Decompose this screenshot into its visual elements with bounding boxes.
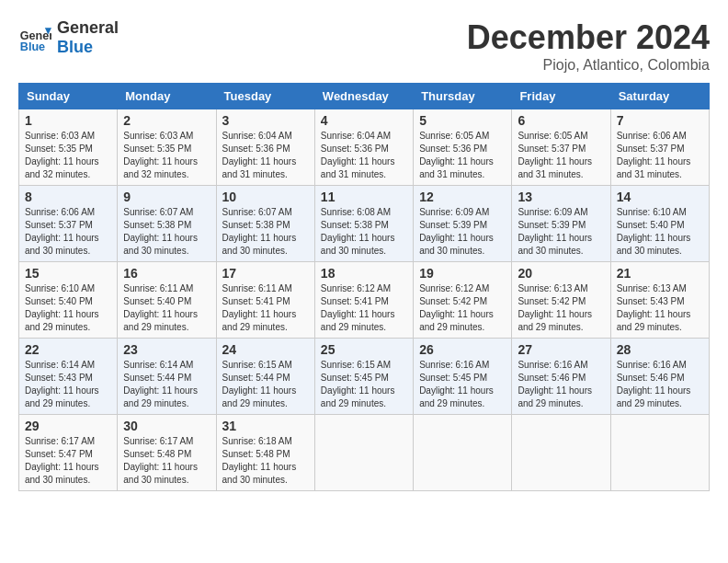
day-number: 28 xyxy=(617,342,703,357)
day-info: Sunrise: 6:05 AM Sunset: 5:36 PM Dayligh… xyxy=(419,130,506,181)
calendar-header-row: SundayMondayTuesdayWednesdayThursdayFrid… xyxy=(19,84,710,109)
header-sunday: Sunday xyxy=(19,84,118,109)
calendar-cell: 7 Sunrise: 6:06 AM Sunset: 5:37 PM Dayli… xyxy=(610,109,709,186)
day-number: 23 xyxy=(123,342,210,357)
calendar-cell: 25 Sunrise: 6:15 AM Sunset: 5:45 PM Dayl… xyxy=(314,339,413,415)
day-number: 1 xyxy=(25,113,111,128)
header-tuesday: Tuesday xyxy=(216,84,314,109)
title-section: December 2024 Piojo, Atlantico, Colombia xyxy=(467,18,710,74)
calendar-cell xyxy=(610,415,709,491)
calendar-cell: 19 Sunrise: 6:12 AM Sunset: 5:42 PM Dayl… xyxy=(414,262,512,339)
day-info: Sunrise: 6:06 AM Sunset: 5:37 PM Dayligh… xyxy=(25,206,111,258)
day-number: 29 xyxy=(25,419,111,433)
calendar-cell: 24 Sunrise: 6:15 AM Sunset: 5:44 PM Dayl… xyxy=(216,339,314,415)
day-number: 2 xyxy=(123,113,210,128)
day-number: 24 xyxy=(222,342,309,357)
day-number: 26 xyxy=(419,342,506,357)
header-thursday: Thursday xyxy=(414,84,512,109)
calendar-cell: 8 Sunrise: 6:06 AM Sunset: 5:37 PM Dayli… xyxy=(19,186,118,262)
calendar-cell: 4 Sunrise: 6:04 AM Sunset: 5:36 PM Dayli… xyxy=(314,109,413,186)
calendar-table: SundayMondayTuesdayWednesdayThursdayFrid… xyxy=(18,83,710,491)
day-info: Sunrise: 6:16 AM Sunset: 5:45 PM Dayligh… xyxy=(419,359,506,410)
calendar-cell xyxy=(314,415,413,491)
day-number: 30 xyxy=(123,419,210,433)
day-number: 6 xyxy=(518,113,604,128)
day-info: Sunrise: 6:10 AM Sunset: 5:40 PM Dayligh… xyxy=(617,206,703,258)
day-number: 17 xyxy=(222,266,309,281)
day-info: Sunrise: 6:12 AM Sunset: 5:41 PM Dayligh… xyxy=(321,282,407,334)
calendar-cell: 30 Sunrise: 6:17 AM Sunset: 5:48 PM Dayl… xyxy=(118,415,216,491)
day-number: 20 xyxy=(518,266,604,281)
day-number: 25 xyxy=(321,342,407,357)
day-number: 19 xyxy=(419,266,506,281)
calendar-cell: 20 Sunrise: 6:13 AM Sunset: 5:42 PM Dayl… xyxy=(512,262,610,339)
calendar-cell xyxy=(414,415,512,491)
location-title: Piojo, Atlantico, Colombia xyxy=(467,57,710,74)
calendar-cell: 6 Sunrise: 6:05 AM Sunset: 5:37 PM Dayli… xyxy=(512,109,610,186)
day-info: Sunrise: 6:11 AM Sunset: 5:41 PM Dayligh… xyxy=(222,282,309,334)
day-info: Sunrise: 6:16 AM Sunset: 5:46 PM Dayligh… xyxy=(518,359,604,410)
calendar-cell: 13 Sunrise: 6:09 AM Sunset: 5:39 PM Dayl… xyxy=(512,186,610,262)
day-info: Sunrise: 6:06 AM Sunset: 5:37 PM Dayligh… xyxy=(617,130,703,181)
day-info: Sunrise: 6:04 AM Sunset: 5:36 PM Dayligh… xyxy=(222,130,309,181)
calendar-cell: 29 Sunrise: 6:17 AM Sunset: 5:47 PM Dayl… xyxy=(19,415,118,491)
calendar-cell: 16 Sunrise: 6:11 AM Sunset: 5:40 PM Dayl… xyxy=(118,262,216,339)
header-friday: Friday xyxy=(512,84,610,109)
day-info: Sunrise: 6:03 AM Sunset: 5:35 PM Dayligh… xyxy=(123,130,210,181)
day-info: Sunrise: 6:14 AM Sunset: 5:43 PM Dayligh… xyxy=(25,359,111,410)
day-number: 11 xyxy=(321,190,407,204)
day-info: Sunrise: 6:15 AM Sunset: 5:44 PM Dayligh… xyxy=(222,359,309,410)
logo-general: General xyxy=(57,18,119,38)
calendar-week-row: 22 Sunrise: 6:14 AM Sunset: 5:43 PM Dayl… xyxy=(19,339,710,415)
day-info: Sunrise: 6:12 AM Sunset: 5:42 PM Dayligh… xyxy=(419,282,506,334)
day-info: Sunrise: 6:13 AM Sunset: 5:43 PM Dayligh… xyxy=(617,282,703,334)
day-info: Sunrise: 6:08 AM Sunset: 5:38 PM Dayligh… xyxy=(321,206,407,258)
calendar-cell: 27 Sunrise: 6:16 AM Sunset: 5:46 PM Dayl… xyxy=(512,339,610,415)
calendar-week-row: 1 Sunrise: 6:03 AM Sunset: 5:35 PM Dayli… xyxy=(19,109,710,186)
day-number: 12 xyxy=(419,190,506,204)
calendar-week-row: 8 Sunrise: 6:06 AM Sunset: 5:37 PM Dayli… xyxy=(19,186,710,262)
svg-text:Blue: Blue xyxy=(20,40,45,53)
day-info: Sunrise: 6:07 AM Sunset: 5:38 PM Dayligh… xyxy=(123,206,210,258)
calendar-cell: 9 Sunrise: 6:07 AM Sunset: 5:38 PM Dayli… xyxy=(118,186,216,262)
calendar-cell: 11 Sunrise: 6:08 AM Sunset: 5:38 PM Dayl… xyxy=(314,186,413,262)
day-info: Sunrise: 6:05 AM Sunset: 5:37 PM Dayligh… xyxy=(518,130,604,181)
header-saturday: Saturday xyxy=(610,84,709,109)
header-wednesday: Wednesday xyxy=(314,84,413,109)
day-number: 15 xyxy=(25,266,111,281)
day-info: Sunrise: 6:09 AM Sunset: 5:39 PM Dayligh… xyxy=(419,206,506,258)
day-info: Sunrise: 6:04 AM Sunset: 5:36 PM Dayligh… xyxy=(321,130,407,181)
calendar-cell: 22 Sunrise: 6:14 AM Sunset: 5:43 PM Dayl… xyxy=(19,339,118,415)
day-number: 10 xyxy=(222,190,309,204)
calendar-cell: 5 Sunrise: 6:05 AM Sunset: 5:36 PM Dayli… xyxy=(414,109,512,186)
day-number: 18 xyxy=(321,266,407,281)
calendar-week-row: 29 Sunrise: 6:17 AM Sunset: 5:47 PM Dayl… xyxy=(19,415,710,491)
day-info: Sunrise: 6:07 AM Sunset: 5:38 PM Dayligh… xyxy=(222,206,309,258)
day-number: 27 xyxy=(518,342,604,357)
day-number: 3 xyxy=(222,113,309,128)
day-number: 8 xyxy=(25,190,111,204)
calendar-cell: 26 Sunrise: 6:16 AM Sunset: 5:45 PM Dayl… xyxy=(414,339,512,415)
calendar-cell xyxy=(512,415,610,491)
calendar-cell: 3 Sunrise: 6:04 AM Sunset: 5:36 PM Dayli… xyxy=(216,109,314,186)
day-info: Sunrise: 6:09 AM Sunset: 5:39 PM Dayligh… xyxy=(518,206,604,258)
day-info: Sunrise: 6:14 AM Sunset: 5:44 PM Dayligh… xyxy=(123,359,210,410)
day-number: 7 xyxy=(617,113,703,128)
calendar-cell: 1 Sunrise: 6:03 AM Sunset: 5:35 PM Dayli… xyxy=(19,109,118,186)
calendar-cell: 2 Sunrise: 6:03 AM Sunset: 5:35 PM Dayli… xyxy=(118,109,216,186)
day-number: 5 xyxy=(419,113,506,128)
logo: General Blue General Blue xyxy=(18,18,119,57)
day-number: 9 xyxy=(123,190,210,204)
day-info: Sunrise: 6:17 AM Sunset: 5:47 PM Dayligh… xyxy=(25,435,111,487)
calendar-cell: 10 Sunrise: 6:07 AM Sunset: 5:38 PM Dayl… xyxy=(216,186,314,262)
calendar-cell: 14 Sunrise: 6:10 AM Sunset: 5:40 PM Dayl… xyxy=(610,186,709,262)
logo-blue: Blue xyxy=(57,38,119,57)
header-monday: Monday xyxy=(118,84,216,109)
day-number: 22 xyxy=(25,342,111,357)
day-info: Sunrise: 6:13 AM Sunset: 5:42 PM Dayligh… xyxy=(518,282,604,334)
calendar-cell: 23 Sunrise: 6:14 AM Sunset: 5:44 PM Dayl… xyxy=(118,339,216,415)
calendar-cell: 17 Sunrise: 6:11 AM Sunset: 5:41 PM Dayl… xyxy=(216,262,314,339)
day-number: 4 xyxy=(321,113,407,128)
calendar-cell: 28 Sunrise: 6:16 AM Sunset: 5:46 PM Dayl… xyxy=(610,339,709,415)
day-info: Sunrise: 6:18 AM Sunset: 5:48 PM Dayligh… xyxy=(222,435,309,487)
